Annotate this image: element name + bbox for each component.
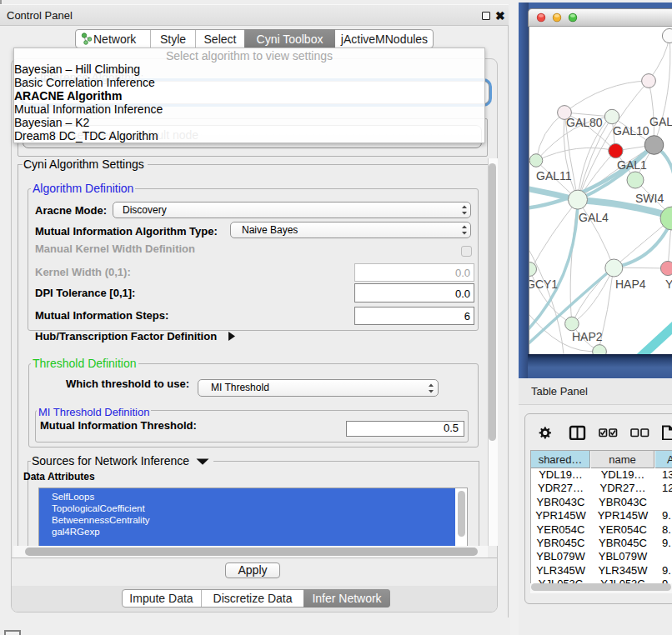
svg-text:HAP2: HAP2 [572,330,603,343]
svg-text:GAL1: GAL1 [617,158,647,172]
svg-text:GAL4: GAL4 [579,211,609,224]
svg-text:GAL2: GAL2 [649,115,672,128]
svg-text:Y: Y [665,278,672,291]
svg-text:SWI4: SWI4 [635,192,664,205]
svg-text:GCY1: GCY1 [529,278,558,291]
svg-text:GAL10: GAL10 [613,124,649,138]
svg-text:HAP4: HAP4 [615,278,646,291]
svg-text:GAL11: GAL11 [536,169,572,182]
svg-text:GAL80: GAL80 [566,116,603,129]
